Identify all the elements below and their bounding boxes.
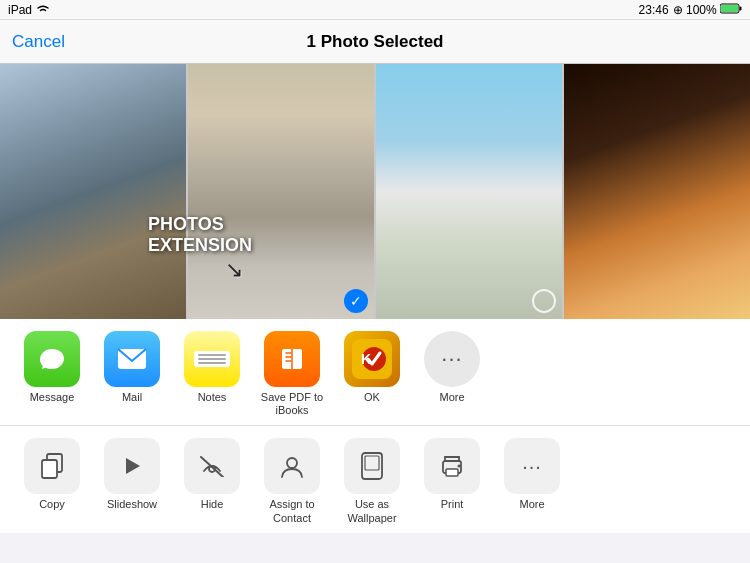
status-right: 23:46 ⊕ 100% bbox=[639, 3, 742, 17]
action-row: Copy Slideshow Hide bbox=[0, 438, 750, 524]
battery-display: ⊕ 100% bbox=[673, 3, 742, 17]
status-bar: iPad 23:46 ⊕ 100% bbox=[0, 0, 750, 20]
svg-rect-9 bbox=[42, 460, 57, 478]
notes-icon bbox=[184, 331, 240, 387]
svg-rect-1 bbox=[740, 6, 742, 10]
action-section: Copy Slideshow Hide bbox=[0, 426, 750, 532]
photo-selected-check: ✓ bbox=[344, 289, 368, 313]
wallpaper-icon bbox=[344, 438, 400, 494]
photo-cell-3[interactable] bbox=[376, 64, 562, 319]
print-label: Print bbox=[441, 498, 464, 511]
action-more[interactable]: ··· More bbox=[492, 438, 572, 511]
device-label: iPad bbox=[8, 3, 32, 17]
svg-line-11 bbox=[201, 457, 223, 477]
svg-rect-17 bbox=[446, 469, 458, 476]
print-icon bbox=[424, 438, 480, 494]
more-action-label: More bbox=[519, 498, 544, 511]
svg-point-18 bbox=[458, 465, 461, 468]
photo-grid: ✓ PHOTOS EXTENSION ↘ bbox=[0, 64, 750, 319]
copy-icon bbox=[24, 438, 80, 494]
mail-icon bbox=[104, 331, 160, 387]
message-label: Message bbox=[30, 391, 75, 404]
share-ok[interactable]: K OK bbox=[332, 331, 412, 404]
hide-label: Hide bbox=[201, 498, 224, 511]
photo-cell-1[interactable] bbox=[0, 64, 186, 319]
more-share-label: More bbox=[439, 391, 464, 404]
share-ibooks[interactable]: Save PDF to iBooks bbox=[252, 331, 332, 417]
assign-contact-icon bbox=[264, 438, 320, 494]
ibooks-label: Save PDF to iBooks bbox=[252, 391, 332, 417]
status-left: iPad bbox=[8, 3, 50, 17]
cancel-button[interactable]: Cancel bbox=[12, 32, 65, 52]
slideshow-label: Slideshow bbox=[107, 498, 157, 511]
svg-text:K: K bbox=[361, 351, 371, 367]
action-wallpaper[interactable]: Use as Wallpaper bbox=[332, 438, 412, 524]
share-mail[interactable]: Mail bbox=[92, 331, 172, 404]
ok-label: OK bbox=[364, 391, 380, 404]
svg-point-13 bbox=[287, 458, 297, 468]
svg-rect-2 bbox=[721, 5, 738, 12]
share-section: Message Mail Notes bbox=[0, 319, 750, 426]
extension-arrow: ↘ bbox=[225, 257, 243, 283]
svg-marker-10 bbox=[126, 458, 140, 474]
mail-label: Mail bbox=[122, 391, 142, 404]
action-copy[interactable]: Copy bbox=[12, 438, 92, 511]
photo-cell-4[interactable] bbox=[564, 64, 750, 319]
slideshow-icon bbox=[104, 438, 160, 494]
nav-bar: Cancel 1 Photo Selected bbox=[0, 20, 750, 64]
share-row: Message Mail Notes bbox=[0, 331, 750, 417]
copy-label: Copy bbox=[39, 498, 65, 511]
action-slideshow[interactable]: Slideshow bbox=[92, 438, 172, 511]
action-hide[interactable]: Hide bbox=[172, 438, 252, 511]
wallpaper-label: Use as Wallpaper bbox=[347, 498, 396, 524]
hide-icon bbox=[184, 438, 240, 494]
nav-title: 1 Photo Selected bbox=[307, 32, 444, 52]
photo-cell-2[interactable]: ✓ bbox=[188, 64, 374, 319]
share-more[interactable]: ··· More bbox=[412, 331, 492, 404]
more-share-icon: ··· bbox=[424, 331, 480, 387]
extension-label: PHOTOS EXTENSION bbox=[148, 214, 252, 257]
notes-label: Notes bbox=[198, 391, 227, 404]
assign-contact-label: Assign to Contact bbox=[269, 498, 314, 524]
svg-rect-15 bbox=[365, 456, 379, 470]
share-notes[interactable]: Notes bbox=[172, 331, 252, 404]
svg-point-12 bbox=[209, 466, 215, 472]
action-print[interactable]: Print bbox=[412, 438, 492, 511]
more-action-icon: ··· bbox=[504, 438, 560, 494]
message-icon bbox=[24, 331, 80, 387]
photo-select-circle bbox=[532, 289, 556, 313]
ibooks-icon bbox=[264, 331, 320, 387]
share-message[interactable]: Message bbox=[12, 331, 92, 404]
ok-icon: K bbox=[344, 331, 400, 387]
action-assign-contact[interactable]: Assign to Contact bbox=[252, 438, 332, 524]
wifi-icon bbox=[36, 3, 50, 17]
time-display: 23:46 bbox=[639, 3, 669, 17]
